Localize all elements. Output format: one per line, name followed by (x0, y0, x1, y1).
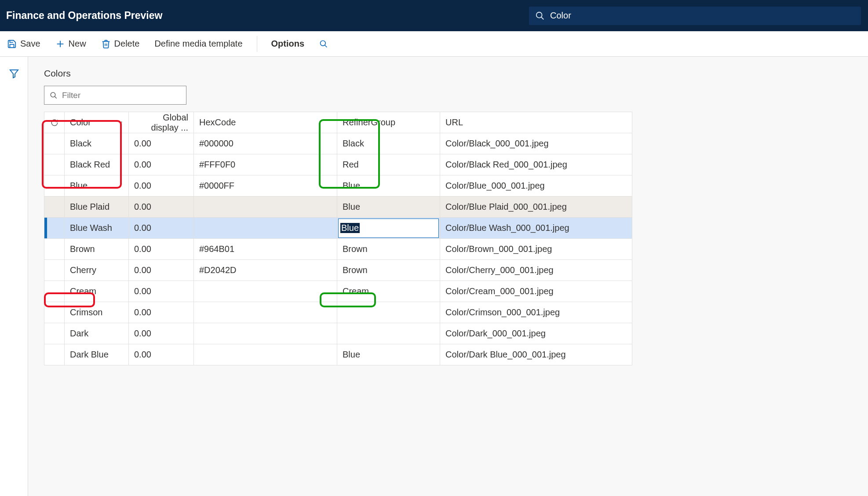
cell-global-display[interactable]: 0.00 (129, 302, 194, 323)
cell-hexcode[interactable] (194, 323, 337, 344)
column-header-url[interactable]: URL (440, 112, 632, 133)
column-refresh[interactable] (44, 112, 65, 133)
cell-color[interactable]: Brown (65, 239, 129, 260)
filter-icon[interactable] (9, 68, 19, 79)
table-row[interactable]: Cherry0.00#D2042DBrownColor/Cherry_000_0… (44, 260, 632, 281)
cell-url[interactable]: Color/Dark_000_001.jpeg (440, 323, 632, 344)
row-marker[interactable] (44, 239, 65, 260)
cell-global-display[interactable]: 0.00 (129, 218, 194, 239)
column-header-color[interactable]: Color ↑ (65, 112, 129, 133)
cell-refinergroup[interactable]: Blue (337, 344, 440, 365)
cell-refinergroup[interactable]: Black (337, 133, 440, 154)
row-marker[interactable] (44, 323, 65, 344)
row-marker[interactable] (44, 344, 65, 365)
table-row[interactable]: Blue Wash0.00BlueColor/Blue Wash_000_001… (44, 218, 632, 239)
cell-refinergroup[interactable] (337, 323, 440, 344)
table-row[interactable]: Black0.00#000000BlackColor/Black_000_001… (44, 133, 632, 154)
cell-url[interactable]: Color/Cream_000_001.jpeg (440, 281, 632, 302)
cell-global-display[interactable]: 0.00 (129, 239, 194, 260)
options-label: Options (271, 39, 305, 49)
search-icon (535, 11, 545, 21)
cell-global-display[interactable]: 0.00 (129, 154, 194, 175)
cell-color[interactable]: Black Red (65, 154, 129, 175)
cell-hexcode[interactable]: #964B01 (194, 239, 337, 260)
cell-global-display[interactable]: 0.00 (129, 323, 194, 344)
column-header-global-display[interactable]: Global display ... (129, 112, 194, 133)
cell-color[interactable]: Crimson (65, 302, 129, 323)
search-input[interactable] (550, 11, 855, 21)
table-row[interactable]: Blue Plaid0.00BlueColor/Blue Plaid_000_0… (44, 197, 632, 218)
cell-color[interactable]: Blue (65, 175, 129, 197)
grid-filter[interactable] (44, 86, 186, 105)
new-button[interactable]: New (54, 36, 88, 51)
cell-url[interactable]: Color/Dark Blue_000_001.jpeg (440, 344, 632, 365)
row-marker[interactable] (44, 260, 65, 281)
cell-hexcode[interactable]: #0000FF (194, 175, 337, 197)
cell-global-display[interactable]: 0.00 (129, 133, 194, 154)
cell-url[interactable]: Color/Black Red_000_001.jpeg (440, 154, 632, 175)
cell-global-display[interactable]: 0.00 (129, 197, 194, 218)
row-marker[interactable] (44, 154, 65, 175)
separator (257, 36, 257, 52)
cell-color[interactable]: Cherry (65, 260, 129, 281)
column-header-hexcode[interactable]: HexCode (194, 112, 337, 133)
svg-line-1 (541, 17, 544, 19)
row-marker[interactable] (44, 197, 65, 218)
cell-hexcode[interactable] (194, 218, 337, 239)
delete-button[interactable]: Delete (99, 36, 142, 51)
cell-hexcode[interactable] (194, 197, 337, 218)
table-row[interactable]: Blue0.00#0000FFBlueColor/Blue_000_001.jp… (44, 175, 632, 197)
row-marker[interactable] (44, 281, 65, 302)
cell-color[interactable]: Blue Wash (65, 218, 129, 239)
cell-global-display[interactable]: 0.00 (129, 344, 194, 365)
cell-url[interactable]: Color/Blue Wash_000_001.jpeg (440, 218, 632, 239)
filter-input[interactable] (62, 91, 181, 100)
table-row[interactable]: Brown0.00#964B01BrownColor/Brown_000_001… (44, 239, 632, 260)
cell-global-display[interactable]: 0.00 (129, 260, 194, 281)
row-marker[interactable] (44, 218, 65, 239)
cell-hexcode[interactable] (194, 281, 337, 302)
table-row[interactable]: Dark0.00Color/Dark_000_001.jpeg (44, 323, 632, 344)
cell-refinergroup[interactable] (337, 302, 440, 323)
row-marker[interactable] (44, 302, 65, 323)
cell-refinergroup[interactable]: Brown (337, 239, 440, 260)
cell-url[interactable]: Color/Blue_000_001.jpeg (440, 175, 632, 197)
cell-url[interactable]: Color/Blue Plaid_000_001.jpeg (440, 197, 632, 218)
cell-hexcode[interactable]: #D2042D (194, 260, 337, 281)
cell-global-display[interactable]: 0.00 (129, 175, 194, 197)
cell-hexcode[interactable] (194, 344, 337, 365)
cell-global-display[interactable]: 0.00 (129, 281, 194, 302)
cell-url[interactable]: Color/Cherry_000_001.jpeg (440, 260, 632, 281)
column-header-refinergroup[interactable]: RefinerGroup (337, 112, 440, 133)
cell-color[interactable]: Dark Blue (65, 344, 129, 365)
cell-hexcode[interactable]: #FFF0F0 (194, 154, 337, 175)
cell-color[interactable]: Black (65, 133, 129, 154)
cell-refinergroup[interactable]: Cream (337, 281, 440, 302)
cell-color[interactable]: Blue Plaid (65, 197, 129, 218)
save-button[interactable]: Save (5, 36, 42, 51)
cell-url[interactable]: Color/Black_000_001.jpeg (440, 133, 632, 154)
cell-refinergroup[interactable]: Blue (337, 197, 440, 218)
cell-url[interactable]: Color/Crimson_000_001.jpeg (440, 302, 632, 323)
cell-edit-refinergroup[interactable]: Blue (338, 219, 439, 238)
row-marker[interactable] (44, 175, 65, 197)
table-row[interactable]: Dark Blue0.00BlueColor/Dark Blue_000_001… (44, 344, 632, 365)
global-search[interactable] (529, 7, 861, 25)
colors-grid: Color ↑ Global display ... HexCode Refin… (44, 112, 632, 365)
cell-hexcode[interactable]: #000000 (194, 133, 337, 154)
row-marker[interactable] (44, 133, 65, 154)
cell-hexcode[interactable] (194, 302, 337, 323)
cell-color[interactable]: Dark (65, 323, 129, 344)
options-button[interactable]: Options (270, 36, 306, 51)
cell-url[interactable]: Color/Brown_000_001.jpeg (440, 239, 632, 260)
cell-refinergroup[interactable]: Blue (337, 218, 440, 239)
table-row[interactable]: Black Red0.00#FFF0F0RedColor/Black Red_0… (44, 154, 632, 175)
cell-refinergroup[interactable]: Red (337, 154, 440, 175)
find-button[interactable] (317, 37, 330, 51)
cell-refinergroup[interactable]: Brown (337, 260, 440, 281)
table-row[interactable]: Cream0.00CreamColor/Cream_000_001.jpeg (44, 281, 632, 302)
cell-color[interactable]: Cream (65, 281, 129, 302)
cell-refinergroup[interactable]: Blue (337, 175, 440, 197)
table-row[interactable]: Crimson0.00Color/Crimson_000_001.jpeg (44, 302, 632, 323)
define-media-template-button[interactable]: Define media template (153, 36, 244, 51)
